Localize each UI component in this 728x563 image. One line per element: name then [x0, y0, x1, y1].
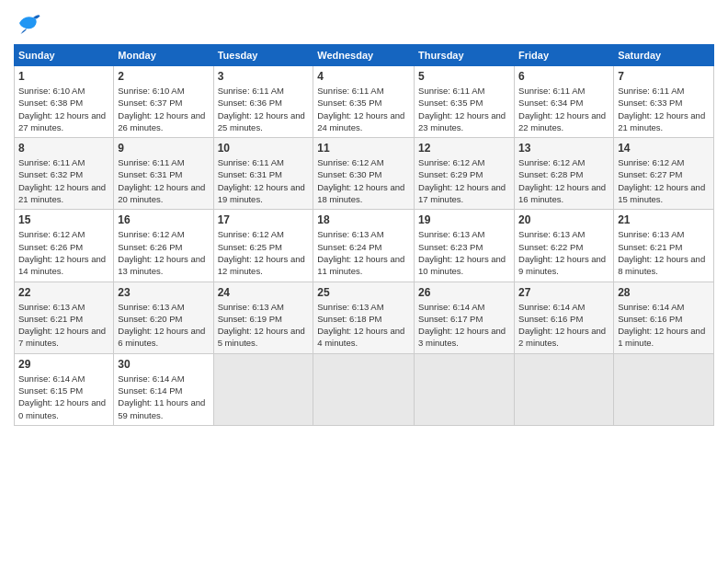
page: SundayMondayTuesdayWednesdayThursdayFrid… — [0, 0, 728, 563]
day-info: Sunrise: 6:14 AM Sunset: 6:14 PM Dayligh… — [118, 373, 209, 421]
day-cell: 3 Sunrise: 6:11 AM Sunset: 6:36 PM Dayli… — [213, 66, 313, 138]
day-info: Sunrise: 6:13 AM Sunset: 6:23 PM Dayligh… — [418, 228, 510, 277]
day-info: Sunrise: 6:11 AM Sunset: 6:35 PM Dayligh… — [317, 85, 410, 133]
day-cell: 7 Sunrise: 6:11 AM Sunset: 6:33 PM Dayli… — [614, 66, 714, 138]
week-row-5: 29 Sunrise: 6:14 AM Sunset: 6:15 PM Dayl… — [15, 353, 714, 425]
day-cell: 22 Sunrise: 6:13 AM Sunset: 6:21 PM Dayl… — [15, 282, 114, 353]
day-number: 11 — [317, 142, 410, 155]
day-number: 20 — [518, 213, 609, 226]
day-info: Sunrise: 6:13 AM Sunset: 6:18 PM Dayligh… — [317, 301, 410, 350]
day-info: Sunrise: 6:10 AM Sunset: 6:37 PM Dayligh… — [118, 85, 209, 133]
day-cell — [213, 353, 313, 425]
calendar-header: SundayMondayTuesdayWednesdayThursdayFrid… — [15, 45, 714, 66]
day-number: 10 — [218, 142, 310, 155]
day-number: 19 — [418, 213, 510, 226]
day-cell: 8 Sunrise: 6:11 AM Sunset: 6:32 PM Dayli… — [15, 138, 114, 210]
day-info: Sunrise: 6:14 AM Sunset: 6:16 PM Dayligh… — [518, 301, 609, 350]
day-info: Sunrise: 6:12 AM Sunset: 6:28 PM Dayligh… — [518, 156, 609, 205]
day-info: Sunrise: 6:13 AM Sunset: 6:19 PM Dayligh… — [218, 301, 310, 350]
day-cell: 13 Sunrise: 6:12 AM Sunset: 6:28 PM Dayl… — [515, 138, 614, 210]
day-cell: 4 Sunrise: 6:11 AM Sunset: 6:35 PM Dayli… — [313, 66, 415, 138]
day-number: 23 — [118, 286, 209, 299]
col-header-monday: Monday — [114, 45, 213, 66]
col-header-thursday: Thursday — [415, 45, 515, 66]
day-number: 27 — [518, 286, 609, 299]
col-header-saturday: Saturday — [614, 45, 714, 66]
day-cell: 30 Sunrise: 6:14 AM Sunset: 6:14 PM Dayl… — [114, 353, 213, 425]
day-cell: 14 Sunrise: 6:12 AM Sunset: 6:27 PM Dayl… — [614, 138, 714, 210]
day-number: 3 — [218, 70, 310, 83]
day-number: 17 — [218, 213, 310, 226]
day-info: Sunrise: 6:12 AM Sunset: 6:25 PM Dayligh… — [218, 228, 310, 277]
day-cell: 18 Sunrise: 6:13 AM Sunset: 6:24 PM Dayl… — [313, 210, 415, 282]
day-info: Sunrise: 6:12 AM Sunset: 6:30 PM Dayligh… — [317, 156, 410, 205]
header — [14, 9, 714, 37]
day-number: 28 — [618, 286, 710, 299]
day-cell: 20 Sunrise: 6:13 AM Sunset: 6:22 PM Dayl… — [515, 210, 614, 282]
day-cell: 6 Sunrise: 6:11 AM Sunset: 6:34 PM Dayli… — [515, 66, 614, 138]
calendar-table: SundayMondayTuesdayWednesdayThursdayFrid… — [14, 44, 714, 426]
day-number: 7 — [618, 70, 710, 83]
day-cell: 23 Sunrise: 6:13 AM Sunset: 6:20 PM Dayl… — [114, 282, 213, 353]
day-info: Sunrise: 6:12 AM Sunset: 6:27 PM Dayligh… — [618, 156, 710, 205]
day-cell: 1 Sunrise: 6:10 AM Sunset: 6:38 PM Dayli… — [15, 66, 114, 138]
day-info: Sunrise: 6:12 AM Sunset: 6:26 PM Dayligh… — [18, 228, 109, 277]
day-number: 21 — [618, 213, 710, 226]
calendar-body: 1 Sunrise: 6:10 AM Sunset: 6:38 PM Dayli… — [15, 66, 714, 426]
day-info: Sunrise: 6:12 AM Sunset: 6:29 PM Dayligh… — [418, 156, 510, 205]
day-cell: 12 Sunrise: 6:12 AM Sunset: 6:29 PM Dayl… — [415, 138, 515, 210]
day-cell: 15 Sunrise: 6:12 AM Sunset: 6:26 PM Dayl… — [15, 210, 114, 282]
day-cell: 17 Sunrise: 6:12 AM Sunset: 6:25 PM Dayl… — [213, 210, 313, 282]
day-info: Sunrise: 6:11 AM Sunset: 6:33 PM Dayligh… — [618, 85, 710, 133]
day-number: 30 — [118, 358, 209, 371]
day-info: Sunrise: 6:11 AM Sunset: 6:32 PM Dayligh… — [18, 156, 109, 205]
day-info: Sunrise: 6:14 AM Sunset: 6:16 PM Dayligh… — [618, 301, 710, 350]
day-cell: 11 Sunrise: 6:12 AM Sunset: 6:30 PM Dayl… — [313, 138, 415, 210]
day-number: 25 — [317, 286, 410, 299]
day-number: 9 — [118, 142, 209, 155]
day-number: 13 — [518, 142, 609, 155]
day-cell — [313, 353, 415, 425]
day-cell: 26 Sunrise: 6:14 AM Sunset: 6:17 PM Dayl… — [415, 282, 515, 353]
col-header-friday: Friday — [515, 45, 614, 66]
day-info: Sunrise: 6:13 AM Sunset: 6:20 PM Dayligh… — [118, 301, 209, 350]
day-info: Sunrise: 6:13 AM Sunset: 6:24 PM Dayligh… — [317, 228, 410, 277]
day-cell: 9 Sunrise: 6:11 AM Sunset: 6:31 PM Dayli… — [114, 138, 213, 210]
day-cell: 16 Sunrise: 6:12 AM Sunset: 6:26 PM Dayl… — [114, 210, 213, 282]
logo — [14, 9, 45, 37]
col-header-tuesday: Tuesday — [213, 45, 313, 66]
week-row-2: 8 Sunrise: 6:11 AM Sunset: 6:32 PM Dayli… — [15, 138, 714, 210]
day-cell: 10 Sunrise: 6:11 AM Sunset: 6:31 PM Dayl… — [213, 138, 313, 210]
week-row-1: 1 Sunrise: 6:10 AM Sunset: 6:38 PM Dayli… — [15, 66, 714, 138]
day-info: Sunrise: 6:11 AM Sunset: 6:35 PM Dayligh… — [418, 85, 510, 133]
day-cell: 2 Sunrise: 6:10 AM Sunset: 6:37 PM Dayli… — [114, 66, 213, 138]
day-number: 18 — [317, 213, 410, 226]
day-cell — [415, 353, 515, 425]
day-info: Sunrise: 6:14 AM Sunset: 6:15 PM Dayligh… — [18, 373, 109, 421]
day-cell — [614, 353, 714, 425]
day-info: Sunrise: 6:14 AM Sunset: 6:17 PM Dayligh… — [418, 301, 510, 350]
day-cell — [515, 353, 614, 425]
day-number: 2 — [118, 70, 209, 83]
day-info: Sunrise: 6:10 AM Sunset: 6:38 PM Dayligh… — [18, 85, 109, 133]
day-number: 14 — [618, 142, 710, 155]
day-info: Sunrise: 6:13 AM Sunset: 6:21 PM Dayligh… — [618, 228, 710, 277]
day-number: 1 — [18, 70, 109, 83]
day-number: 6 — [518, 70, 609, 83]
day-info: Sunrise: 6:13 AM Sunset: 6:21 PM Dayligh… — [18, 301, 109, 350]
week-row-3: 15 Sunrise: 6:12 AM Sunset: 6:26 PM Dayl… — [15, 210, 714, 282]
day-cell: 21 Sunrise: 6:13 AM Sunset: 6:21 PM Dayl… — [614, 210, 714, 282]
day-info: Sunrise: 6:11 AM Sunset: 6:34 PM Dayligh… — [518, 85, 609, 133]
week-row-4: 22 Sunrise: 6:13 AM Sunset: 6:21 PM Dayl… — [15, 282, 714, 353]
col-header-sunday: Sunday — [15, 45, 114, 66]
day-info: Sunrise: 6:11 AM Sunset: 6:31 PM Dayligh… — [218, 156, 310, 205]
day-cell: 29 Sunrise: 6:14 AM Sunset: 6:15 PM Dayl… — [15, 353, 114, 425]
day-number: 26 — [418, 286, 510, 299]
day-info: Sunrise: 6:12 AM Sunset: 6:26 PM Dayligh… — [118, 228, 209, 277]
day-info: Sunrise: 6:11 AM Sunset: 6:36 PM Dayligh… — [218, 85, 310, 133]
day-cell: 19 Sunrise: 6:13 AM Sunset: 6:23 PM Dayl… — [415, 210, 515, 282]
day-cell: 27 Sunrise: 6:14 AM Sunset: 6:16 PM Dayl… — [515, 282, 614, 353]
day-number: 29 — [18, 358, 109, 371]
day-number: 16 — [118, 213, 209, 226]
day-cell: 5 Sunrise: 6:11 AM Sunset: 6:35 PM Dayli… — [415, 66, 515, 138]
